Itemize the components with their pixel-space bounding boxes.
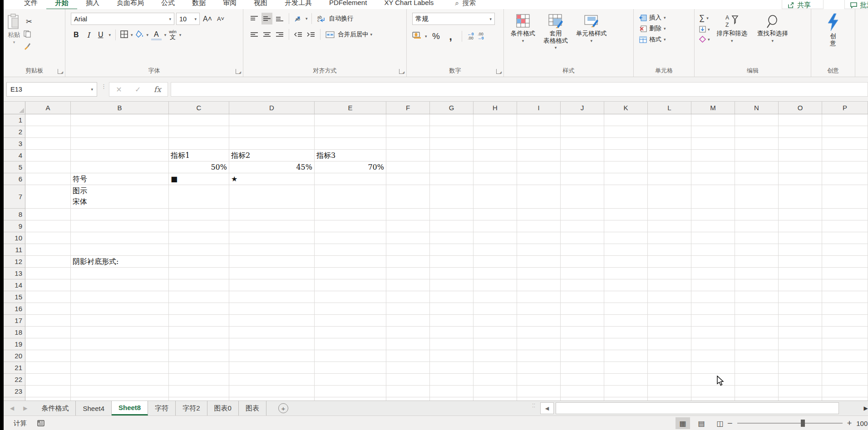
- cell-F6[interactable]: [386, 173, 430, 185]
- cell-B7[interactable]: 图示 宋体: [71, 185, 169, 209]
- merge-center-label[interactable]: 合并后居中: [338, 30, 369, 39]
- cell-C9[interactable]: [169, 220, 229, 232]
- cell-G16[interactable]: [430, 303, 473, 315]
- row-header-18[interactable]: 18: [4, 327, 25, 338]
- cell-A13[interactable]: [25, 268, 71, 279]
- cell-L18[interactable]: [648, 327, 691, 338]
- cell-H4[interactable]: [473, 150, 517, 161]
- cell-L14[interactable]: [648, 279, 691, 291]
- cell-L4[interactable]: [648, 150, 691, 161]
- cell-O19[interactable]: [779, 338, 822, 350]
- cell-K20[interactable]: [604, 350, 648, 362]
- cell-B13[interactable]: [71, 268, 169, 279]
- cell-H6[interactable]: [473, 173, 517, 185]
- conditional-formatting-button[interactable]: 条件格式 ▾: [508, 13, 538, 51]
- cell-F19[interactable]: [386, 338, 430, 350]
- cell-J11[interactable]: [561, 244, 604, 256]
- cell-A1[interactable]: [25, 114, 71, 126]
- cell-M10[interactable]: [691, 232, 735, 244]
- cell-G2[interactable]: [430, 126, 473, 138]
- cell-E24[interactable]: [315, 397, 386, 401]
- ribbon-tab-审阅[interactable]: 审阅: [214, 0, 245, 9]
- cell-C1[interactable]: [169, 114, 229, 126]
- sheet-tab-Sheet4[interactable]: Sheet4: [76, 401, 112, 415]
- page-layout-view-button[interactable]: ▤: [694, 417, 709, 429]
- new-sheet-button[interactable]: +: [278, 403, 288, 413]
- cell-G17[interactable]: [430, 315, 473, 327]
- cell-N13[interactable]: [735, 268, 779, 279]
- cell-J5[interactable]: [561, 161, 604, 173]
- cell-M6[interactable]: [691, 173, 735, 185]
- cell-F22[interactable]: [386, 374, 430, 386]
- cell-B17[interactable]: [71, 315, 169, 327]
- sheet-nav-right-icon[interactable]: ▶: [23, 405, 27, 411]
- row-header-8[interactable]: 8: [4, 209, 25, 220]
- cell-N7[interactable]: [735, 185, 779, 209]
- name-box[interactable]: E13 ▾: [6, 82, 97, 97]
- cut-button[interactable]: ✂: [24, 15, 35, 27]
- cell-P20[interactable]: [822, 350, 868, 362]
- cell-M4[interactable]: [691, 150, 735, 161]
- comments-button[interactable]: 批注: [844, 0, 868, 9]
- cell-M7[interactable]: [691, 185, 735, 209]
- find-select-button[interactable]: 查找和选择 ▾: [754, 13, 791, 44]
- cell-H8[interactable]: [473, 209, 517, 220]
- cell-D22[interactable]: [229, 374, 315, 386]
- row-header-22[interactable]: 22: [4, 374, 25, 386]
- cell-A21[interactable]: [25, 362, 71, 374]
- cell-E16[interactable]: [315, 303, 386, 315]
- autosum-button[interactable]: ∑▾: [699, 14, 710, 23]
- cell-A5[interactable]: [25, 161, 71, 173]
- cell-F15[interactable]: [386, 291, 430, 303]
- column-header-L[interactable]: L: [648, 102, 691, 114]
- merge-center-button[interactable]: [324, 29, 336, 40]
- row-header-2[interactable]: 2: [4, 126, 25, 138]
- hscroll-thumb[interactable]: [556, 402, 839, 414]
- column-header-A[interactable]: A: [25, 102, 71, 114]
- cell-I11[interactable]: [517, 244, 561, 256]
- cell-M12[interactable]: [691, 256, 735, 268]
- cell-I8[interactable]: [517, 209, 561, 220]
- cell-A18[interactable]: [25, 327, 71, 338]
- borders-button[interactable]: [120, 30, 128, 40]
- cell-H18[interactable]: [473, 327, 517, 338]
- cell-G11[interactable]: [430, 244, 473, 256]
- cell-C4[interactable]: 指标1: [169, 150, 229, 161]
- cell-E21[interactable]: [315, 362, 386, 374]
- cell-D16[interactable]: [229, 303, 315, 315]
- fill-button[interactable]: ▾: [699, 26, 710, 33]
- cell-M5[interactable]: [691, 161, 735, 173]
- cell-D14[interactable]: [229, 279, 315, 291]
- select-all-corner[interactable]: [4, 102, 25, 114]
- row-header-23[interactable]: 23: [4, 386, 25, 397]
- cell-F12[interactable]: [386, 256, 430, 268]
- cell-O11[interactable]: [779, 244, 822, 256]
- copy-button[interactable]: [24, 30, 35, 39]
- cell-I18[interactable]: [517, 327, 561, 338]
- cell-K23[interactable]: [604, 386, 648, 397]
- cell-K3[interactable]: [604, 138, 648, 150]
- cell-N19[interactable]: [735, 338, 779, 350]
- underline-button[interactable]: U: [95, 30, 106, 39]
- cell-M17[interactable]: [691, 315, 735, 327]
- cell-N24[interactable]: [735, 397, 779, 401]
- cell-G7[interactable]: [430, 185, 473, 209]
- cell-H11[interactable]: [473, 244, 517, 256]
- cell-A4[interactable]: [25, 150, 71, 161]
- row-header-4[interactable]: 4: [4, 150, 25, 161]
- cell-M2[interactable]: [691, 126, 735, 138]
- cell-A17[interactable]: [25, 315, 71, 327]
- cell-O14[interactable]: [779, 279, 822, 291]
- cell-G18[interactable]: [430, 327, 473, 338]
- insert-cells-button[interactable]: 插入▾: [639, 14, 690, 22]
- row-header-7[interactable]: 7: [4, 185, 25, 209]
- font-color-button[interactable]: A: [151, 30, 162, 40]
- cell-D9[interactable]: [229, 220, 315, 232]
- cell-N23[interactable]: [735, 386, 779, 397]
- cell-D17[interactable]: [229, 315, 315, 327]
- cell-F13[interactable]: [386, 268, 430, 279]
- cell-B2[interactable]: [71, 126, 169, 138]
- cell-E12[interactable]: [315, 256, 386, 268]
- cell-A20[interactable]: [25, 350, 71, 362]
- cell-E8[interactable]: [315, 209, 386, 220]
